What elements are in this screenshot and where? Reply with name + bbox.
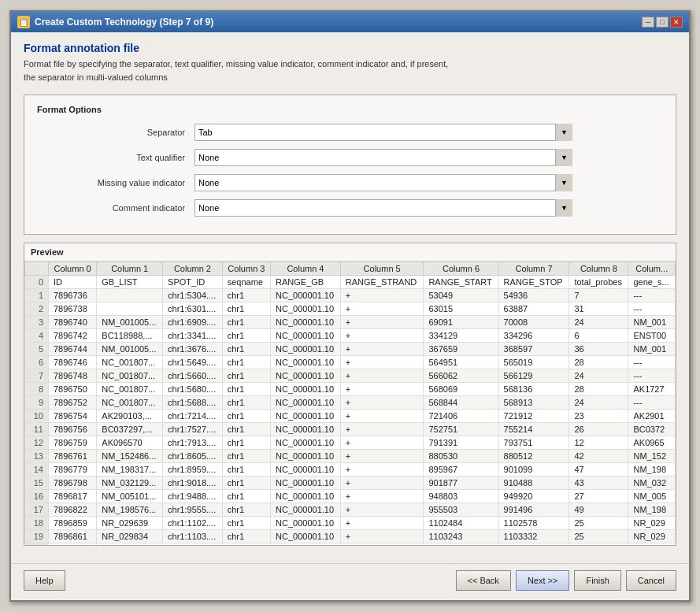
- data-cell: +: [340, 369, 424, 383]
- cancel-button[interactable]: Cancel: [626, 570, 676, 591]
- data-cell: +: [340, 517, 424, 530]
- data-cell: 880530: [424, 450, 498, 463]
- separator-select[interactable]: Tab Comma Semicolon Space: [194, 124, 572, 141]
- data-cell: 43: [569, 477, 628, 490]
- data-cell: 7896750: [49, 383, 97, 396]
- row-number-cell: 4: [25, 329, 49, 343]
- header-cell-index: [25, 262, 49, 276]
- data-cell: +: [340, 503, 424, 517]
- data-cell: chr1:1102....: [163, 517, 223, 530]
- separator-row: Separator Tab Comma Semicolon Space ▼: [37, 124, 663, 141]
- data-cell: AK290103,...: [97, 410, 163, 423]
- data-cell: chr1: [222, 517, 270, 530]
- row-number-cell: 16: [25, 490, 49, 503]
- data-cell: chr1: [222, 477, 270, 490]
- data-cell: 568136: [498, 383, 569, 396]
- data-cell: 367659: [424, 343, 498, 356]
- close-button[interactable]: ✕: [670, 17, 683, 28]
- data-cell: 7896779: [49, 463, 97, 477]
- table-row: 77896748NC_001807...chr1:5660....chr1NC_…: [25, 369, 676, 383]
- data-cell: 69091: [424, 316, 498, 329]
- data-cell: chr1: [222, 289, 270, 302]
- row-number-cell: 3: [25, 316, 49, 329]
- data-cell: ---: [628, 369, 676, 383]
- data-cell: NM_198: [628, 463, 676, 477]
- data-cell: NR_029957: [97, 543, 163, 546]
- row-number-cell: 15: [25, 477, 49, 490]
- data-cell: NC_000001.10: [271, 343, 341, 356]
- data-cell: 28: [569, 383, 628, 396]
- table-row: 197896861NR_029834chr1:1103....chr1NC_00…: [25, 530, 676, 543]
- back-button[interactable]: << Back: [456, 570, 511, 591]
- data-cell: NC_000001.10: [271, 369, 341, 383]
- data-cell: chr1: [222, 490, 270, 503]
- maximize-button[interactable]: □: [656, 17, 669, 28]
- data-cell: 7896759: [49, 436, 97, 450]
- data-cell: 791391: [424, 436, 498, 450]
- help-button[interactable]: Help: [24, 570, 65, 591]
- row-number-cell: 10: [25, 410, 49, 423]
- table-row: 87896750NC_001807...chr1:5680....chr1NC_…: [25, 383, 676, 396]
- data-cell: 1104373: [424, 543, 498, 546]
- data-cell: chr1: [222, 503, 270, 517]
- data-cell: RANGE_STRAND: [340, 276, 424, 289]
- minimize-button[interactable]: ─: [642, 17, 654, 28]
- missing-value-select[interactable]: None NA N/A Empty: [194, 174, 572, 191]
- data-cell: NC_000001.10: [271, 517, 341, 530]
- data-cell: chr1:9555....: [163, 503, 223, 517]
- data-cell: NC_000001.10: [271, 543, 341, 546]
- missing-value-select-wrapper: None NA N/A Empty ▼: [194, 174, 572, 191]
- data-cell: chr1:6301....: [163, 302, 223, 316]
- header-cell-col1: Column 1: [97, 262, 163, 276]
- data-cell: NC_001807...: [97, 369, 163, 383]
- data-cell: 7896744: [49, 343, 97, 356]
- data-cell: 23: [569, 410, 628, 423]
- data-cell: NM_032129...: [97, 477, 163, 490]
- data-cell: NR_029639: [97, 517, 163, 530]
- data-cell: 24: [569, 316, 628, 329]
- data-cell: NC_001807...: [97, 383, 163, 396]
- data-cell: 7: [569, 289, 628, 302]
- data-cell: +: [340, 410, 424, 423]
- text-qualifier-row: Text qualifier None Double quote Single …: [37, 149, 663, 166]
- data-cell: 7896754: [49, 410, 97, 423]
- data-cell: NC_000001.10: [271, 356, 341, 369]
- data-cell: 1102484: [424, 517, 498, 530]
- data-cell: NM_001005...: [97, 316, 163, 329]
- data-cell: 26: [569, 423, 628, 436]
- row-number-cell: 19: [25, 530, 49, 543]
- finish-button[interactable]: Finish: [574, 570, 620, 591]
- data-cell: 368597: [498, 343, 569, 356]
- preview-table-container[interactable]: Column 0 Column 1 Column 2 Column 3 Colu…: [24, 261, 676, 545]
- data-cell: 53049: [424, 289, 498, 302]
- table-row: 157896798NM_032129...chr1:9018....chr1NC…: [25, 477, 676, 490]
- data-cell: chr1:5660....: [163, 369, 223, 383]
- data-cell: 31: [569, 302, 628, 316]
- data-cell: NC_001807...: [97, 356, 163, 369]
- data-cell: 18: [569, 543, 628, 546]
- text-qualifier-select[interactable]: None Double quote Single quote: [194, 149, 572, 166]
- data-cell: 63015: [424, 302, 498, 316]
- data-cell: seqname: [222, 276, 270, 289]
- data-cell: 721406: [424, 410, 498, 423]
- data-cell: NC_000001.10: [271, 530, 341, 543]
- text-qualifier-label: Text qualifier: [37, 153, 194, 162]
- comment-indicator-select[interactable]: None # //: [194, 199, 572, 217]
- data-cell: chr1: [222, 343, 270, 356]
- data-cell: 7896740: [49, 316, 97, 329]
- data-cell: chr1: [222, 316, 270, 329]
- data-cell: [97, 289, 163, 302]
- next-button[interactable]: Next >>: [516, 570, 570, 591]
- data-cell: chr1: [222, 356, 270, 369]
- data-cell: chr1:5688....: [163, 396, 223, 410]
- data-cell: 42: [569, 450, 628, 463]
- data-cell: NC_000001.10: [271, 490, 341, 503]
- comment-indicator-select-wrapper: None # // ▼: [194, 199, 572, 217]
- data-cell: NM_001: [628, 343, 676, 356]
- format-options-title: Format Options: [37, 105, 663, 114]
- window-title: Create Custom Technology (Step 7 of 9): [35, 17, 213, 28]
- data-cell: NC_000001.10: [271, 477, 341, 490]
- row-number-cell: 12: [25, 436, 49, 450]
- comment-indicator-label: Comment indicator: [37, 203, 194, 213]
- data-cell: +: [340, 302, 424, 316]
